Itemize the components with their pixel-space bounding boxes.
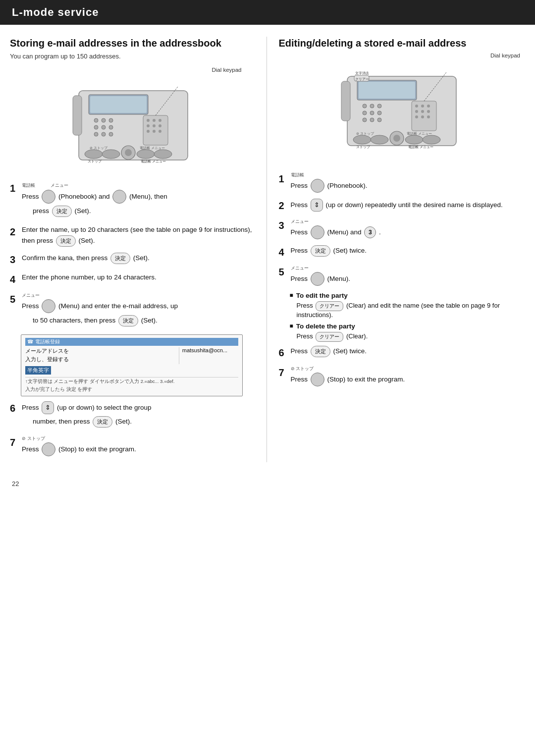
screen-desc2: 入力し、登録する (25, 356, 175, 363)
svg-point-43 (377, 111, 381, 115)
step-num-5: 5 (10, 292, 20, 306)
svg-point-29 (154, 150, 172, 159)
svg-text:文字消去: 文字消去 (355, 71, 369, 75)
clear-btn-delete[interactable]: クリアー (316, 332, 343, 342)
step-r4-body: Press 決定 (Set) twice. (291, 245, 526, 257)
svg-point-63 (353, 135, 371, 144)
svg-point-42 (370, 111, 374, 115)
step-num-r1: 1 (279, 172, 289, 186)
svg-point-48 (415, 105, 418, 108)
svg-point-50 (427, 105, 430, 108)
screen-desc1: メールアドレスを (25, 347, 175, 355)
arrow-btn-6[interactable]: ⇕ (42, 401, 54, 414)
step-num-3: 3 (10, 253, 20, 267)
menu-btn-1[interactable] (112, 190, 126, 204)
svg-point-64 (371, 135, 388, 144)
svg-point-54 (415, 115, 418, 118)
svg-point-28 (137, 150, 155, 159)
step-2-right: 2 Press ⇕ (up or down) repeatedly until … (279, 199, 526, 213)
svg-rect-35 (341, 81, 350, 121)
step-r5-body: メニュー Press (Menu). (291, 265, 526, 286)
screen-title: ☎ 電話帳登録 (25, 338, 238, 346)
svg-point-46 (377, 118, 381, 122)
step-num-r6: 6 (279, 346, 289, 360)
edit-party-body: Press クリアー (Clear) and edit the name (se… (297, 301, 526, 319)
step-4-right: 4 Press 決定 (Set) twice. (279, 245, 526, 259)
svg-point-21 (153, 130, 156, 133)
step-1-body: 電話帳 メニュー Press (Phonebook) and (Menu), t… (22, 181, 257, 219)
set-btn-r4[interactable]: 決定 (311, 245, 330, 257)
step-num-r3: 3 (279, 218, 289, 232)
svg-point-6 (109, 118, 113, 122)
set-btn-3[interactable]: 決定 (110, 253, 130, 264)
svg-text:ストップ: ストップ (88, 160, 102, 163)
svg-text:⊘ ストップ: ⊘ ストップ (90, 146, 108, 150)
svg-point-12 (109, 132, 113, 136)
svg-text:電話帳 メニュー: 電話帳 メニュー (408, 145, 433, 149)
step-num-r5: 5 (279, 265, 289, 279)
step-2-body: Enter the name, up to 20 characters (see… (22, 225, 257, 247)
arrow-btn-r2[interactable]: ⇕ (311, 199, 323, 212)
step-7-right: 7 ⊘ ストップ Press (Stop) to exit the progra… (279, 366, 526, 386)
phonebook-btn-r1[interactable] (311, 179, 324, 193)
dial-keypad-label-right: Dial keypad (490, 53, 520, 58)
svg-point-17 (147, 124, 150, 127)
set-btn-6[interactable]: 決定 (93, 416, 112, 428)
svg-rect-3 (90, 96, 147, 113)
svg-point-15 (153, 119, 156, 122)
svg-point-45 (370, 118, 374, 122)
delete-party-section: To delete the party Press クリアー (Clear). (290, 323, 526, 342)
set-btn-2[interactable]: 決定 (56, 235, 76, 247)
left-column: Storing e-mail addresses in the addressb… (10, 37, 267, 462)
stop-btn-r7[interactable] (311, 373, 324, 386)
right-column: Editing/deleting a stored e-mail address… (267, 37, 526, 462)
svg-point-14 (147, 119, 150, 122)
step-7-body: ⊘ ストップ Press (Stop) to exit the program. (22, 435, 257, 456)
step-1-right: 1 電話帳 Press (Phonebook). (279, 172, 526, 193)
left-subtitle: You can program up to 150 addresses. (10, 53, 257, 60)
step-1-left: 1 電話帳 メニュー Press (Phonebook) and (Menu),… (10, 181, 257, 219)
num3-btn[interactable]: 3 (364, 226, 376, 238)
svg-point-20 (147, 130, 150, 133)
svg-point-66 (423, 135, 440, 144)
right-steps: 1 電話帳 Press (Phonebook). 2 Press ⇕ (up o… (279, 172, 526, 386)
svg-rect-37 (359, 82, 415, 99)
svg-point-40 (377, 104, 381, 108)
svg-text:電話帳 メニュー: 電話帳 メニュー (407, 132, 432, 135)
menu-btn-5[interactable] (42, 299, 55, 313)
svg-point-65 (405, 135, 423, 144)
svg-rect-1 (73, 96, 82, 135)
step-6-right: 6 Press 決定 (Set) twice. (279, 346, 526, 360)
left-section-title: Storing e-mail addresses in the addressb… (10, 37, 257, 50)
edit-party-section: To edit the party Press クリアー (Clear) and… (290, 292, 526, 319)
set-btn-r6[interactable]: 決定 (311, 346, 330, 357)
step-num-4: 4 (10, 272, 20, 286)
svg-text:⊘ ストップ: ⊘ ストップ (356, 132, 374, 135)
svg-point-4 (94, 118, 98, 122)
step-6-left: 6 Press ⇕ (up or down) to select the gro… (10, 401, 257, 430)
svg-point-16 (159, 119, 161, 122)
svg-text:ストップ: ストップ (356, 145, 371, 149)
svg-point-7 (94, 125, 98, 129)
set-btn-5[interactable]: 決定 (118, 315, 138, 326)
svg-point-52 (421, 110, 424, 113)
svg-text:クリアー: クリアー (355, 77, 369, 81)
clear-btn-edit[interactable]: クリアー (316, 301, 343, 311)
step-3-body: Confirm the kana, then press 決定 (Set). (22, 253, 257, 264)
stop-btn-7[interactable] (42, 442, 55, 456)
step-5-body: メニュー Press (Menu) and enter the e-mail a… (22, 292, 257, 328)
screen-entry: matsushita@ocn... (182, 347, 238, 353)
svg-point-11 (102, 132, 106, 136)
menu-btn-r3[interactable] (311, 225, 324, 239)
svg-point-27 (102, 150, 120, 159)
step-num-r7: 7 (279, 366, 289, 379)
step-4-left: 4 Enter the phone number, up to 24 chara… (10, 272, 257, 286)
svg-text:電話帳 メニュー: 電話帳 メニュー (140, 146, 165, 150)
step-num-7: 7 (10, 435, 20, 449)
menu-btn-r5[interactable] (311, 272, 324, 286)
fax-svg-left: ストップ 電話帳 メニュー ⊘ ストップ 電話帳 メニュー (64, 76, 203, 175)
step-num-r2: 2 (279, 199, 289, 213)
phonebook-btn-1[interactable] (42, 190, 55, 204)
set-btn-1[interactable]: 決定 (52, 206, 72, 217)
svg-point-39 (370, 104, 374, 108)
